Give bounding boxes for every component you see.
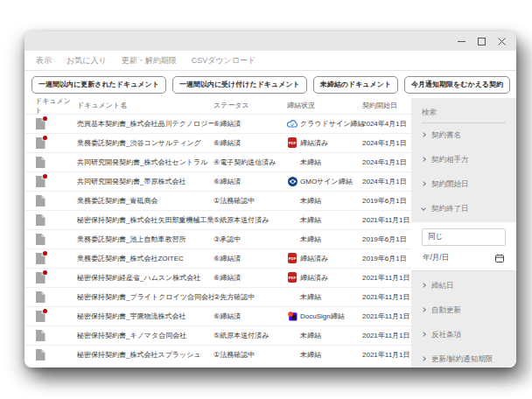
filter-received-within-week-button[interactable]: 一週間以内に受け付けたドキュメント xyxy=(172,76,307,94)
contract-start-date: 2021年11月1日 xyxy=(362,273,411,283)
chevron-right-icon xyxy=(421,307,426,312)
contract-start-date: 2024年4月1日 xyxy=(362,119,411,129)
notification-dot-icon xyxy=(43,116,47,121)
end-date-match-select[interactable]: 同じ xyxy=(422,228,506,246)
document-status: ⑥締結済 xyxy=(214,312,287,321)
seal-status-text: クラウドサイン締結 xyxy=(300,119,364,129)
menu-item-renewal-deadline[interactable]: 更新・解約期限 xyxy=(122,55,177,66)
contract-start-date: 2021年11月1日 xyxy=(362,312,411,321)
document-status: ④電子契約送信済み xyxy=(214,158,287,167)
end-date-input[interactable]: 年/月/日 xyxy=(422,246,506,270)
svg-text:PDF: PDF xyxy=(289,256,297,261)
header-seal-status: 締結状況 xyxy=(287,101,362,110)
table-row[interactable]: 秘密保持契約経産省_ハムスン株式会社 ⑥締結済 PDF xyxy=(24,268,411,287)
table-row[interactable]: 業務委託契約書_青砥商会 ①法務確認中 PDF xyxy=(24,191,411,210)
document-status: ⑥締結済 xyxy=(214,119,287,129)
search-sidebar: 契約書名 契約相手方 契約開始日 契約終了日 同じ 年/月/日 xyxy=(411,98,516,368)
document-file-icon xyxy=(35,137,46,149)
sidebar-section-signing-date[interactable]: 締結日 xyxy=(422,274,506,298)
document-status: ⑤紙原本送付済み xyxy=(214,331,287,340)
sidebar-section-contract-start-date[interactable]: 契約開始日 xyxy=(422,172,506,197)
filter-unsigned-documents-button[interactable]: 未締結のドキュメント xyxy=(313,76,398,94)
table-row[interactable]: 業務委託契約書_株式会社ZOITEC ⑥締結済 PDF xyxy=(24,248,411,268)
chevron-right-icon xyxy=(421,283,426,288)
docusign-icon xyxy=(288,312,298,321)
search-input[interactable] xyxy=(422,107,506,123)
document-file-icon xyxy=(35,176,46,187)
document-name: 業務委託契約書_渋谷コンサルティング xyxy=(77,138,214,148)
table-row[interactable]: 業務委託契約書_池上自動車教習所 ③承認中 PDF xyxy=(24,229,411,248)
document-name: 秘密保持契約書_キノマタ合同会社 xyxy=(77,331,214,340)
chevron-right-icon xyxy=(421,356,426,361)
contract-start-date: 2021年11月1日 xyxy=(362,215,411,225)
end-date-filter-panel: 同じ 年/月/日 xyxy=(411,222,516,271)
document-status: ⑥締結済 xyxy=(214,254,287,263)
chevron-right-icon xyxy=(421,332,426,337)
table-row[interactable]: 売買基本契約書_株式会社品川テクノロジー ⑥締結済 PDF xyxy=(24,114,411,133)
chevron-right-icon xyxy=(421,181,426,186)
menu-item-display[interactable]: 表示 xyxy=(36,55,52,66)
seal-status-text: 締結済み xyxy=(300,254,328,263)
document-name: 秘密保持契約書_宇鷹物流株式会社 xyxy=(77,312,214,321)
table-row[interactable]: 共同研究開発契約書_帯原株式会社 ⑥締結済 PDF xyxy=(24,172,411,191)
sidebar-section-auto-renewal[interactable]: 自動更新 xyxy=(422,298,506,323)
document-name: 業務委託契約書_株式会社ZOITEC xyxy=(77,254,214,263)
notification-dot-icon xyxy=(43,174,47,178)
table-row[interactable]: 秘密保持契約書_株式会社矢田部重機械工業 ⑤紙原本送付済み PDF xyxy=(24,210,411,229)
main-content: ドキュメント ドキュメント名 ステータス 締結状況 契約開始日 売買基本契約書_… xyxy=(24,98,516,368)
document-status: ⑥締結済 xyxy=(214,273,287,283)
table-row[interactable]: 秘密保持契約書_宇鷹物流株式会社 ⑥締結済 PDF xyxy=(24,306,411,326)
seal-status-text: 未締結 xyxy=(300,350,321,360)
chevron-right-icon xyxy=(421,132,426,137)
notification-dot-icon xyxy=(43,309,47,313)
contract-start-date: 2021年11月1日 xyxy=(362,350,411,360)
header-status: ステータス xyxy=(214,101,287,110)
sidebar-section-renewal-notice-deadline[interactable]: 更新/解約通知期限 xyxy=(422,347,506,368)
table-row[interactable]: 秘密保持契約書_キノマタ合同会社 ⑤紙原本送付済み PDF xyxy=(24,326,411,345)
table-header-row: ドキュメント ドキュメント名 ステータス 締結状況 契約開始日 xyxy=(24,98,411,114)
menu-item-csv-download[interactable]: CSVダウンロード xyxy=(192,55,256,66)
document-name: 業務委託契約書_青砥商会 xyxy=(77,196,214,206)
contract-start-date: 2024年1月1日 xyxy=(362,138,411,148)
contract-start-date: 2019年6月1日 xyxy=(362,254,411,263)
document-name: 共同研究開発契約書_株式会社セントラル xyxy=(77,158,214,167)
pdf-icon: PDF xyxy=(288,137,297,148)
document-file-icon xyxy=(35,291,46,303)
document-file-icon xyxy=(35,272,46,284)
window-titlebar xyxy=(24,32,516,51)
minimize-button[interactable] xyxy=(457,37,466,46)
document-file-icon xyxy=(35,214,46,226)
gmosign-icon xyxy=(288,177,298,186)
seal-status-text: 締結済み xyxy=(300,138,328,148)
sidebar-section-counterparty[interactable]: 契約相手方 xyxy=(422,148,506,172)
table-row[interactable]: 業務委託契約書_渋谷コンサルティング ⑥締結済 PDF xyxy=(24,133,411,152)
contract-start-date: 2021年11月1日 xyxy=(362,292,411,302)
contract-start-date: 2021年11月1日 xyxy=(362,331,411,340)
pdf-icon: PDF xyxy=(288,272,297,283)
seal-status-text: 未締結 xyxy=(300,234,321,244)
header-document-name: ドキュメント名 xyxy=(77,101,214,110)
menu-item-favorites[interactable]: お気に入り xyxy=(66,55,107,66)
calendar-icon[interactable] xyxy=(495,254,504,262)
document-file-icon xyxy=(35,330,46,341)
sidebar-section-contract-title[interactable]: 契約書名 xyxy=(422,123,506,148)
table-body: 売買基本契約書_株式会社品川テクノロジー ⑥締結済 PDF xyxy=(24,114,411,364)
filter-updated-within-week-button[interactable]: 一週間以内に更新されたドキュメント xyxy=(32,76,166,94)
seal-status-text: 未締結 xyxy=(300,292,321,302)
document-file-icon xyxy=(35,157,46,168)
close-button[interactable] xyxy=(497,37,506,46)
filter-notice-deadline-this-month-button[interactable]: 今月通知期限をむかえる契約 xyxy=(404,76,510,94)
table-row[interactable]: 共同研究開発契約書_株式会社セントラル ④電子契約送信済み PDF xyxy=(24,152,411,172)
maximize-button[interactable] xyxy=(477,37,486,46)
document-table: ドキュメント ドキュメント名 ステータス 締結状況 契約開始日 売買基本契約書_… xyxy=(24,98,411,368)
table-row[interactable]: 秘密保持契約書_株式会社スプラッシュ ①法務確認中 PDF xyxy=(24,345,411,364)
sidebar-section-antisocial-clause[interactable]: 反社条項 xyxy=(422,323,506,347)
document-name: 秘密保持契約経産省_ハムスン株式会社 xyxy=(77,273,214,283)
contract-start-date: 2019年6月1日 xyxy=(362,196,411,206)
seal-status-text: 未締結 xyxy=(300,158,321,167)
document-status: ③承認中 xyxy=(214,234,287,244)
pdf-icon: PDF xyxy=(288,253,297,263)
notification-dot-icon xyxy=(43,270,47,275)
sidebar-section-contract-end-date[interactable]: 契約終了日 xyxy=(422,197,506,221)
table-row[interactable]: 秘密保持契約書_ブライトクロイツ合同会社 ②先方確認中 PDF xyxy=(24,287,411,306)
